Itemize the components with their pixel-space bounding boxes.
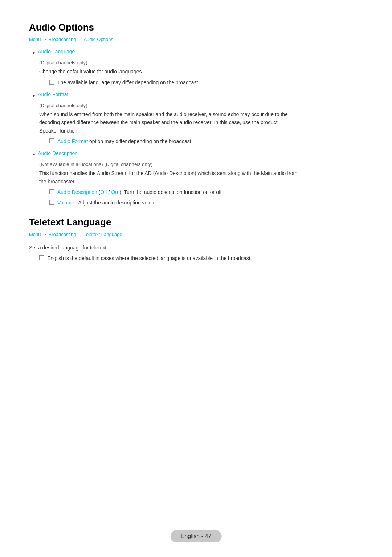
audio-description-item: • Audio Description — [33, 150, 298, 159]
audio-format-note: (Digital channels only) — [39, 103, 298, 108]
teletext-breadcrumb-arrow2: → — [77, 232, 82, 237]
audio-options-breadcrumb: Menu → Broadcasting → Audio Options — [29, 37, 298, 42]
breadcrumb-menu: Menu — [29, 37, 41, 42]
checkbox-icon — [49, 80, 54, 85]
audio-language-checkbox-text: The available language may differ depend… — [57, 79, 199, 86]
audio-format-section: • Audio Format (Digital channels only) W… — [29, 92, 298, 145]
audio-description-link[interactable]: Audio Description — [38, 150, 78, 156]
bullet-dot: • — [33, 49, 35, 58]
audio-options-title: Audio Options — [29, 22, 298, 33]
audio-language-body: Change the default value for audio langu… — [39, 68, 298, 76]
breadcrumb-audio-options: Audio Options — [83, 37, 113, 42]
audio-format-content: (Digital channels only) When sound is em… — [39, 103, 298, 145]
teletext-breadcrumb: Menu → Broadcasting → Teletext Language — [29, 232, 298, 237]
teletext-checkbox: English is the default in cases where th… — [39, 255, 298, 262]
checkbox-icon-4 — [49, 200, 54, 205]
audio-format-link[interactable]: Audio Format — [38, 92, 68, 97]
teletext-breadcrumb-arrow1: → — [42, 232, 47, 237]
audio-language-note: (Digital channels only) — [39, 60, 298, 65]
audio-format-checkbox-text: Audio Format option may differ depending… — [57, 138, 193, 145]
audio-description-checkbox-1: Audio Description (Off / On ): Turn the … — [49, 188, 298, 196]
breadcrumb-arrow1: → — [42, 37, 47, 42]
audio-description-cb1-text: Audio Description (Off / On ): Turn the … — [57, 188, 223, 196]
audio-description-note: (Not available in all locations) (Digita… — [39, 162, 298, 167]
audio-format-body: When sound is emitted from both the main… — [39, 110, 298, 135]
audio-format-inline-link[interactable]: Audio Format — [57, 138, 88, 144]
audio-description-body: This function handles the Audio Stream f… — [39, 169, 298, 186]
teletext-breadcrumb-teletext: Teletext Language — [83, 232, 122, 237]
audio-description-content: (Not available in all locations) (Digita… — [39, 162, 298, 207]
footer-label: English - 47 — [181, 533, 212, 539]
teletext-body: Set a desired language for teletext. — [29, 244, 298, 252]
breadcrumb-broadcasting: Broadcasting — [49, 37, 76, 42]
teletext-checkbox-text: English is the default in cases where th… — [47, 255, 252, 262]
off-link[interactable]: Off — [100, 189, 107, 195]
audio-language-item: • Audio Language — [33, 49, 298, 58]
checkbox-icon-3 — [49, 189, 54, 194]
volume-link[interactable]: Volume — [57, 200, 74, 206]
checkbox-icon-2 — [49, 138, 54, 143]
audio-language-content: (Digital channels only) Change the defau… — [39, 60, 298, 86]
audio-format-checkbox: Audio Format option may differ depending… — [49, 138, 298, 145]
on-link[interactable]: On — [111, 189, 118, 195]
audio-description-inline-link[interactable]: Audio Description — [57, 189, 97, 195]
teletext-breadcrumb-menu: Menu — [29, 232, 41, 237]
audio-description-section: • Audio Description (Not available in al… — [29, 150, 298, 207]
audio-language-section: • Audio Language (Digital channels only)… — [29, 49, 298, 86]
cb2-rest: : Adjust the audio description volume. — [76, 200, 160, 206]
bullet-dot-3: • — [33, 150, 35, 159]
audio-description-cb2-text: Volume : Adjust the audio description vo… — [57, 199, 160, 207]
audio-language-checkbox: The available language may differ depend… — [49, 79, 298, 86]
teletext-language-title: Teletext Language — [29, 217, 298, 228]
page-footer: English - 47 — [171, 530, 222, 542]
bullet-dot-2: • — [33, 92, 35, 101]
teletext-breadcrumb-broadcasting: Broadcasting — [49, 232, 76, 237]
audio-format-checkbox-rest: option may differ depending on the broad… — [88, 138, 193, 144]
breadcrumb-arrow2: → — [77, 37, 82, 42]
checkbox-icon-5 — [39, 255, 44, 260]
cb1-rest: ): Turn the audio description function o… — [119, 189, 223, 195]
audio-description-checkbox-2: Volume : Adjust the audio description vo… — [49, 199, 298, 207]
audio-language-link[interactable]: Audio Language — [38, 49, 75, 54]
audio-format-item: • Audio Format — [33, 92, 298, 101]
